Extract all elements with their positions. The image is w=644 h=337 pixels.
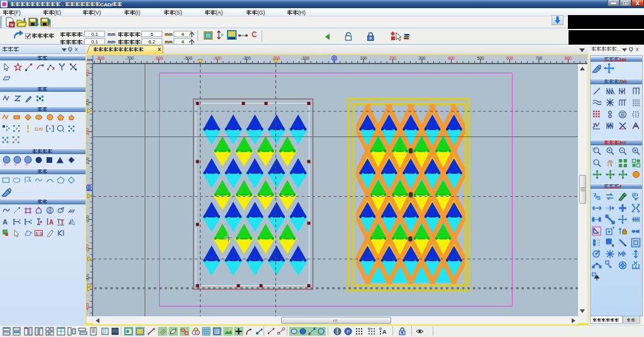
svg-text:F: F [347, 329, 350, 334]
svg-text:A: A [3, 218, 8, 226]
svg-text:200: 200 [389, 56, 396, 60]
svg-text:S: S [597, 195, 601, 201]
svg-text:-600: -600 [155, 56, 163, 60]
svg-text:200: 200 [86, 128, 89, 135]
svg-text:500: 500 [477, 56, 484, 60]
svg-text:-100: -100 [301, 56, 309, 60]
svg-text:-300: -300 [86, 273, 89, 282]
svg-text:-400: -400 [86, 303, 89, 311]
svg-text:400: 400 [448, 56, 455, 60]
svg-text:2: 2 [14, 162, 17, 166]
svg-text:-100: -100 [86, 215, 89, 223]
svg-text:N: N [10, 23, 13, 27]
svg-text:-500: -500 [184, 56, 192, 60]
svg-text:-300: -300 [242, 56, 250, 60]
svg-text:800: 800 [565, 56, 572, 60]
svg-text:A: A [382, 329, 387, 335]
svg-text:400: 400 [86, 70, 89, 77]
svg-text:300: 300 [86, 99, 89, 106]
svg-text:-700: -700 [125, 56, 133, 60]
svg-text:3: 3 [25, 162, 28, 166]
svg-text:100: 100 [86, 157, 89, 164]
svg-text:-200: -200 [86, 245, 89, 253]
svg-text:1:10: 1:10 [36, 231, 43, 236]
svg-text:0: 0 [333, 56, 336, 60]
svg-text:-800: -800 [96, 56, 104, 60]
svg-text:1: 1 [4, 162, 6, 166]
svg-text:0: 0 [87, 185, 90, 189]
svg-text:A: A [49, 219, 53, 226]
svg-text:300: 300 [419, 56, 426, 60]
svg-text:700: 700 [536, 56, 543, 60]
svg-text:T: T [60, 219, 64, 226]
svg-text:600: 600 [506, 56, 513, 60]
svg-text:100: 100 [360, 56, 367, 60]
svg-text:DXF: DXF [35, 126, 43, 132]
svg-text:-400: -400 [213, 56, 221, 60]
